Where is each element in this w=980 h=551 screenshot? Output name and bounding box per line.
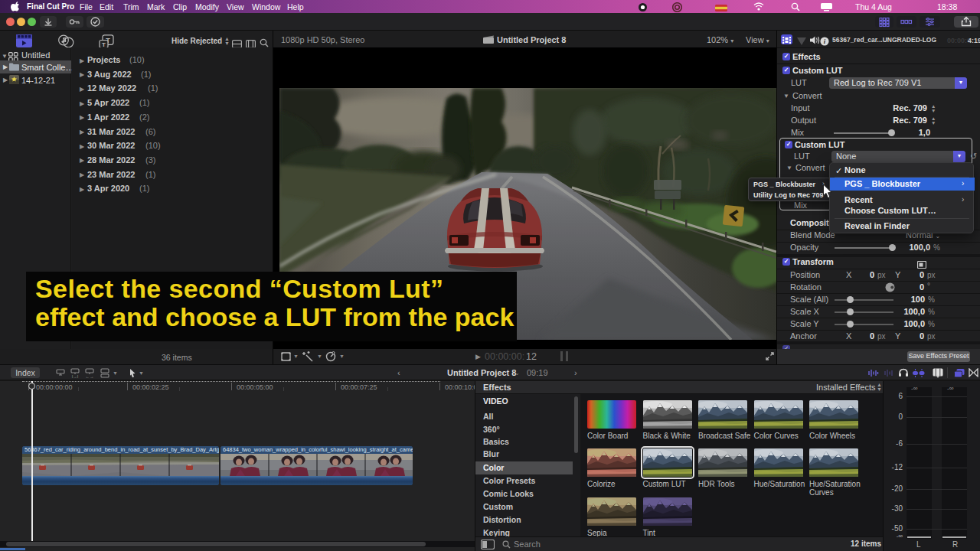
svg-text:I→I: I→I	[72, 374, 79, 379]
svg-text:←→: ←→	[86, 374, 94, 379]
